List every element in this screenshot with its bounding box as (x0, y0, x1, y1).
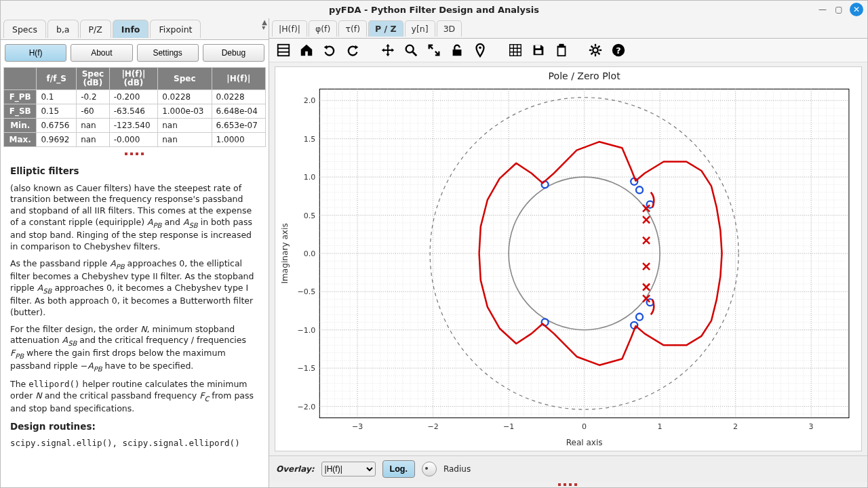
svg-text:Imaginary axis: Imaginary axis (280, 223, 290, 283)
doc-h2: Design routines: (10, 420, 259, 432)
tab-info[interactable]: Info (113, 20, 149, 38)
svg-point-3 (406, 45, 414, 53)
pz-plot-svg: Pole / Zero PlotImaginary axisReal axis−… (275, 67, 861, 451)
table-row: Min. 0.6756 nan -123.540 nan 6.653e-07 (4, 119, 266, 133)
svg-text:2: 2 (733, 422, 738, 431)
svg-text:?: ? (616, 45, 620, 56)
tab-phase[interactable]: φ(f) (309, 20, 337, 37)
help-icon[interactable]: ? (611, 43, 626, 58)
radius-label: Radius (443, 464, 471, 474)
content: Specs b,a P/Z Info Fixpoint ▲▾ H(f) Abou… (1, 18, 867, 487)
tab-fixpoint[interactable]: Fixpoint (150, 20, 201, 38)
pan-icon[interactable] (380, 43, 395, 58)
svg-text:−3: −3 (352, 422, 363, 431)
doc-p2: As the passband ripple APB approaches 0,… (10, 258, 259, 319)
tab-ba[interactable]: b,a (47, 20, 79, 38)
svg-rect-8 (535, 45, 540, 49)
svg-text:2.0: 2.0 (304, 96, 316, 105)
svg-text:Pole / Zero Plot: Pole / Zero Plot (549, 70, 621, 81)
svg-text:0.5: 0.5 (304, 211, 316, 220)
window-title: pyFDA - Python Filter Design and Analysi… (329, 5, 539, 15)
about-button[interactable]: About (71, 44, 132, 62)
grid-icon[interactable] (508, 43, 523, 58)
app-window: pyFDA - Python Filter Design and Analysi… (0, 0, 868, 488)
tab-pz-plot[interactable]: P / Z (368, 20, 403, 37)
home-icon[interactable] (299, 43, 314, 58)
clipboard-icon[interactable] (554, 43, 569, 58)
close-button[interactable]: ✕ (850, 3, 863, 16)
svg-point-6 (479, 47, 481, 49)
hf-button[interactable]: H(f) (5, 44, 66, 62)
left-tabs: Specs b,a P/Z Info Fixpoint ▲▾ (1, 18, 269, 40)
overlay-select[interactable]: |H(f)| (321, 462, 376, 476)
svg-line-4 (413, 52, 417, 56)
svg-rect-0 (278, 45, 290, 56)
left-splitter[interactable] (1, 151, 269, 157)
tab-yn[interactable]: y[n] (405, 20, 435, 37)
svg-text:3: 3 (809, 422, 814, 431)
zoom-icon[interactable] (403, 43, 418, 58)
lock-icon[interactable] (450, 43, 465, 58)
svg-line-19 (598, 53, 600, 55)
doc-scroll[interactable]: Elliptic filters (also known as Cauer fi… (1, 157, 269, 487)
marker-icon[interactable] (473, 43, 488, 58)
svg-text:1.0: 1.0 (304, 173, 316, 182)
svg-text:0: 0 (582, 422, 587, 431)
right-splitter[interactable] (269, 482, 867, 487)
doc-p1: (also known as Cauer filters) have the s… (10, 183, 259, 253)
svg-text:−1.0: −1.0 (297, 326, 315, 335)
doc-title: Elliptic filters (10, 165, 259, 177)
svg-text:−1.5: −1.5 (297, 364, 315, 373)
fullscreen-icon[interactable] (427, 43, 441, 58)
radius-knob[interactable] (422, 462, 437, 476)
doc-p4: The ellipord() helper routine calculates… (10, 379, 259, 415)
spec-col-specdb: Spec (dB) (77, 68, 110, 90)
right-tabs: |H(f)| φ(f) τ(f) P / Z y[n] 3D (269, 18, 867, 39)
undo-icon[interactable] (322, 43, 337, 58)
svg-text:−0.5: −0.5 (297, 287, 315, 296)
debug-button[interactable]: Debug (203, 44, 264, 62)
svg-text:−2.0: −2.0 (297, 403, 315, 411)
svg-rect-9 (535, 50, 541, 54)
minimize-button[interactable]: — (817, 4, 828, 15)
svg-line-21 (598, 46, 600, 48)
svg-point-13 (593, 47, 597, 52)
tab-3d[interactable]: 3D (437, 20, 462, 37)
overlay-label: Overlay: (276, 464, 315, 474)
tab-tau[interactable]: τ(f) (338, 20, 367, 37)
tab-pz[interactable]: P/Z (80, 20, 111, 38)
spec-col-blank (4, 68, 37, 90)
plot-toolbar: ? (269, 39, 867, 62)
pz-plot[interactable]: Pole / Zero PlotImaginary axisReal axis−… (275, 66, 862, 451)
plot-bottombar: Overlay: |H(f)| Log. Radius (269, 455, 867, 482)
spec-col-spec: Spec (158, 68, 212, 90)
spec-col-hfdb: |H(f)| (dB) (109, 68, 157, 90)
spec-table: f/f_S Spec (dB) |H(f)| (dB) Spec |H(f)| … (3, 67, 266, 147)
gear-icon[interactable] (588, 43, 603, 58)
right-pane: |H(f)| φ(f) τ(f) P / Z y[n] 3D (269, 18, 867, 487)
tab-specs[interactable]: Specs (3, 20, 46, 38)
svg-text:1.5: 1.5 (304, 135, 316, 144)
tab-magh[interactable]: |H(f)| (272, 20, 307, 37)
svg-line-20 (591, 53, 593, 55)
table-row: F_PB 0.1 -0.2 -0.200 0.0228 0.0228 (4, 90, 266, 104)
svg-rect-5 (453, 49, 462, 56)
save-icon[interactable] (531, 43, 546, 58)
svg-text:0.0: 0.0 (304, 249, 316, 258)
window-controls: — ▢ ✕ (817, 3, 863, 16)
doc-body: Elliptic filters (also known as Cauer fi… (1, 157, 269, 463)
doc-code: scipy.signal.ellip(), scipy.signal.ellip… (10, 438, 259, 449)
tab-scroll-icon[interactable]: ▲▾ (262, 20, 267, 30)
svg-rect-12 (558, 47, 564, 55)
info-subbuttons: H(f) About Settings Debug (1, 40, 269, 66)
maximize-button[interactable]: ▢ (833, 4, 844, 15)
svg-text:−1: −1 (503, 422, 514, 431)
svg-rect-7 (510, 45, 521, 56)
table-row: Max. 0.9692 nan -0.000 nan 1.0000 (4, 133, 266, 147)
svg-text:1: 1 (658, 422, 663, 431)
spec-col-hf: |H(f)| (212, 68, 265, 90)
redo-icon[interactable] (345, 43, 360, 58)
menu-icon[interactable] (276, 43, 291, 58)
settings-button[interactable]: Settings (137, 44, 199, 62)
log-button[interactable]: Log. (382, 460, 415, 478)
